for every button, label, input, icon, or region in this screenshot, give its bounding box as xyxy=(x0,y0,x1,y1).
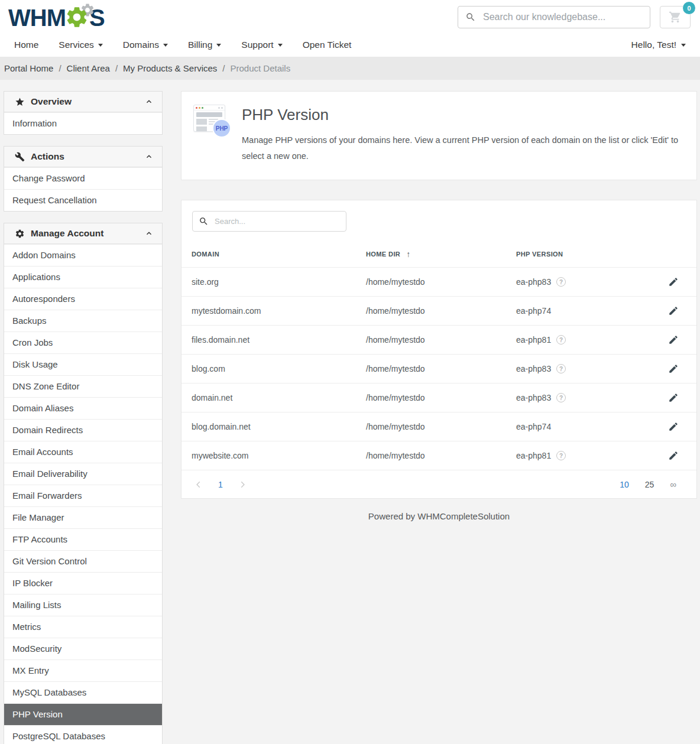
home-dir-cell: /home/mytestdo xyxy=(366,277,516,287)
page-number[interactable]: 1 xyxy=(218,480,223,489)
chevron-up-icon xyxy=(144,152,154,161)
php-version-cell: ea-php83 xyxy=(516,277,551,287)
home-dir-cell: /home/mytestdo xyxy=(366,364,516,373)
pencil-icon xyxy=(668,421,679,432)
panel-header-actions[interactable]: Actions xyxy=(4,147,162,167)
chevron-down-icon xyxy=(98,44,103,47)
pencil-icon xyxy=(668,306,679,316)
sidebar-item-postgresql-databases[interactable]: PostgreSQL Databases xyxy=(4,725,162,744)
home-dir-cell: /home/mytestdo xyxy=(366,306,516,316)
sidebar-item-request-cancellation[interactable]: Request Cancellation xyxy=(4,189,162,211)
cart-icon xyxy=(669,11,682,24)
sidebar-item-metrics[interactable]: Metrics xyxy=(4,616,162,638)
user-account-menu[interactable]: Hello, Test! xyxy=(631,40,686,50)
home-dir-cell: /home/mytestdo xyxy=(366,393,516,402)
sidebar-item-email-forwarders[interactable]: Email Forwarders xyxy=(4,485,162,506)
column-header-home-dir[interactable]: HOME DIR↑ xyxy=(366,249,516,259)
whmcs-logo[interactable]: WHM S xyxy=(8,4,105,31)
php-version-cell: ea-php74 xyxy=(516,306,551,316)
sidebar-item-modsecurity[interactable]: ModSecurity xyxy=(4,638,162,659)
edit-button[interactable] xyxy=(665,447,682,464)
product-header-card: PHP PHP Version Manage PHP versions of y… xyxy=(181,91,697,180)
sidebar-item-disk-usage[interactable]: Disk Usage xyxy=(4,353,162,375)
sidebar-item-git-version-control[interactable]: Git Version Control xyxy=(4,550,162,572)
nav-item-billing[interactable]: Billing xyxy=(188,40,221,50)
search-icon xyxy=(199,216,209,226)
wrench-icon xyxy=(15,152,25,162)
edit-button[interactable] xyxy=(665,360,682,378)
gear-icon xyxy=(64,5,89,30)
page-size-all-icon[interactable]: ∞ xyxy=(670,479,676,489)
edit-button[interactable] xyxy=(665,302,682,320)
edit-button[interactable] xyxy=(665,418,682,436)
sidebar-item-autoresponders[interactable]: Autoresponders xyxy=(4,288,162,310)
sidebar-item-cron-jobs[interactable]: Cron Jobs xyxy=(4,332,162,353)
top-header: WHM S 0 xyxy=(0,0,700,33)
table-row: mytestdomain.com /home/mytestdo ea-php74… xyxy=(182,296,696,325)
sidebar-item-ip-blocker[interactable]: IP Blocker xyxy=(4,572,162,594)
breadcrumb-separator: / xyxy=(115,63,118,73)
pencil-icon xyxy=(668,277,679,287)
sidebar: Overview Information Actions Change Pass… xyxy=(4,91,163,744)
breadcrumb-portal-home[interactable]: Portal Home xyxy=(4,63,53,73)
breadcrumb-client-area[interactable]: Client Area xyxy=(67,63,110,73)
cart-count-badge: 0 xyxy=(683,2,695,14)
home-dir-cell: /home/mytestdo xyxy=(366,422,516,431)
cart-button[interactable]: 0 xyxy=(660,6,691,28)
nav-item-services[interactable]: Services xyxy=(59,40,102,50)
domain-cell: files.domain.net xyxy=(192,335,366,345)
help-icon[interactable]: ? xyxy=(556,335,566,345)
chevron-down-icon xyxy=(278,44,283,47)
sidebar-item-mailing-lists[interactable]: Mailing Lists xyxy=(4,594,162,616)
sidebar-item-domain-aliases[interactable]: Domain Aliases xyxy=(4,397,162,419)
sidebar-item-dns-zone-editor[interactable]: DNS Zone Editor xyxy=(4,375,162,397)
page-size-10[interactable]: 10 xyxy=(620,480,629,489)
breadcrumb-my-products[interactable]: My Products & Services xyxy=(123,63,217,73)
column-header-domain[interactable]: DOMAIN xyxy=(192,251,366,258)
table-search-input[interactable] xyxy=(215,217,340,226)
help-icon[interactable]: ? xyxy=(556,393,566,402)
logo-gears xyxy=(64,4,90,31)
sidebar-item-mysql-databases[interactable]: MySQL Databases xyxy=(4,681,162,703)
help-icon[interactable]: ? xyxy=(556,364,566,373)
next-page-icon[interactable] xyxy=(238,480,247,489)
sidebar-item-change-password[interactable]: Change Password xyxy=(4,167,162,189)
sidebar-item-backups[interactable]: Backups xyxy=(4,310,162,332)
domain-cell: blog.domain.net xyxy=(192,422,366,431)
nav-item-open-ticket[interactable]: Open Ticket xyxy=(303,40,352,50)
panel-header-manage-account[interactable]: Manage Account xyxy=(4,223,162,244)
edit-button[interactable] xyxy=(665,331,682,349)
php-product-icon: PHP xyxy=(193,105,229,135)
help-icon[interactable]: ? xyxy=(556,451,566,460)
sidebar-item-email-deliverability[interactable]: Email Deliverability xyxy=(4,463,162,485)
panel-header-overview[interactable]: Overview xyxy=(4,92,162,112)
sidebar-item-information[interactable]: Information xyxy=(4,112,162,134)
sidebar-item-file-manager[interactable]: File Manager xyxy=(4,506,162,528)
sidebar-item-email-accounts[interactable]: Email Accounts xyxy=(4,441,162,463)
main-nav: Home Services Domains Billing Support Op… xyxy=(0,33,700,57)
php-version-table-card: DOMAIN HOME DIR↑ PHP VERSION site.org /h… xyxy=(181,200,697,499)
table-search xyxy=(192,211,346,232)
nav-item-support[interactable]: Support xyxy=(241,40,282,50)
sidebar-item-mx-entry[interactable]: MX Entry xyxy=(4,659,162,681)
edit-button[interactable] xyxy=(665,273,682,291)
sidebar-item-domain-redirects[interactable]: Domain Redirects xyxy=(4,419,162,441)
chevron-down-icon xyxy=(681,44,686,47)
table-row: blog.domain.net /home/mytestdo ea-php74? xyxy=(182,412,696,441)
knowledgebase-search-input[interactable] xyxy=(483,12,643,22)
chevron-up-icon xyxy=(144,97,154,106)
sidebar-item-addon-domains[interactable]: Addon Domains xyxy=(4,244,162,266)
gear-icon xyxy=(15,229,25,239)
previous-page-icon[interactable] xyxy=(195,480,203,489)
sidebar-item-applications[interactable]: Applications xyxy=(4,266,162,288)
nav-item-domains[interactable]: Domains xyxy=(123,40,168,50)
pagination-bar: 1 10 25 ∞ xyxy=(182,470,696,498)
edit-button[interactable] xyxy=(665,389,682,407)
column-header-php-version[interactable]: PHP VERSION xyxy=(516,251,665,258)
nav-item-home[interactable]: Home xyxy=(14,40,38,50)
page-size-25[interactable]: 25 xyxy=(645,480,654,489)
help-icon[interactable]: ? xyxy=(556,277,566,287)
sidebar-item-ftp-accounts[interactable]: FTP Accounts xyxy=(4,528,162,550)
sidebar-item-php-version[interactable]: PHP Version xyxy=(4,703,162,725)
php-version-cell: ea-php74 xyxy=(516,422,551,431)
